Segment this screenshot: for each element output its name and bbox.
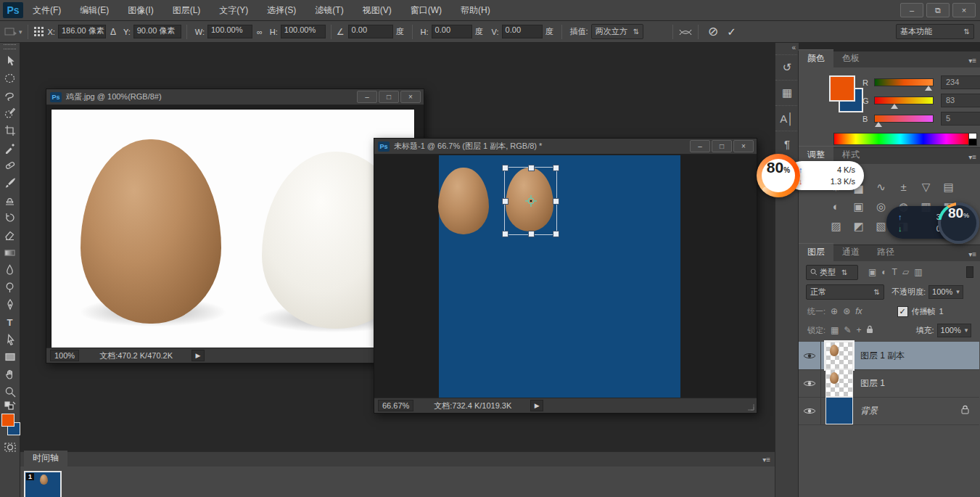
unify-position-icon[interactable]: ⊕ <box>831 306 838 316</box>
transform-handle-nw[interactable] <box>502 165 508 171</box>
y-input[interactable]: 90.00 像素 <box>133 25 181 38</box>
maintain-aspect-ratio-icon[interactable]: ∞ <box>257 28 263 36</box>
history-brush-tool[interactable] <box>0 209 20 226</box>
preset-dropdown-arrow-icon[interactable]: ▾ <box>19 28 22 36</box>
app-close-button[interactable]: × <box>952 3 976 17</box>
tab-color[interactable]: 颜色 <box>799 49 833 67</box>
dodge-tool[interactable] <box>0 279 20 296</box>
eye-icon[interactable] <box>803 407 816 415</box>
h-skew-input[interactable]: 0.00 <box>432 25 472 38</box>
document-window-untitled-1[interactable]: Ps 未标题-1 @ 66.7% (图层 1 副本, RGB/8) * – □ … <box>374 138 757 414</box>
commit-transform-icon[interactable]: ✓ <box>727 25 736 38</box>
menu-layer[interactable]: 图层(L) <box>163 0 210 20</box>
warp-mode-icon[interactable] <box>678 26 693 38</box>
lock-all-icon[interactable] <box>866 325 873 336</box>
history-panel-icon[interactable]: ↺ <box>775 54 799 80</box>
layer-thumbnail[interactable] <box>825 369 853 397</box>
move-tool[interactable] <box>0 52 20 70</box>
height-input[interactable]: 100.00% <box>281 25 326 38</box>
eraser-tool[interactable] <box>0 226 20 244</box>
doc1-close-button[interactable]: × <box>400 91 421 103</box>
app-minimize-button[interactable]: – <box>900 3 923 17</box>
crop-tool[interactable] <box>0 122 20 139</box>
filter-smart-objects-icon[interactable]: ▥ <box>914 267 922 277</box>
exposure-icon[interactable]: ± <box>892 177 915 197</box>
panel-menu-icon[interactable]: ▾≡ <box>968 250 976 258</box>
doc1-canvas[interactable] <box>52 110 414 348</box>
transform-handle-s[interactable] <box>528 231 535 237</box>
tab-layers[interactable]: 图层 <box>799 243 833 261</box>
posterize-icon[interactable]: ▨ <box>825 216 847 236</box>
document-window-egg-jpg[interactable]: Ps 鸡蛋.jpg @ 100%(RGB/8#) – □ × 100% 文档:4… <box>46 89 424 363</box>
green-value[interactable]: 83 <box>941 94 980 107</box>
rotation-input[interactable]: 0.00 <box>348 25 393 38</box>
path-selection-tool[interactable] <box>0 331 20 348</box>
black-white-icon[interactable]: ▣ <box>847 197 870 216</box>
collapse-panels-icon[interactable]: « <box>791 44 796 52</box>
resize-grip-icon[interactable] <box>746 403 755 411</box>
relative-positioning-icon[interactable]: Δ <box>110 27 116 37</box>
fill-value-box[interactable]: 100% ▾ <box>937 324 972 337</box>
green-slider-thumb[interactable] <box>891 104 898 109</box>
v-skew-input[interactable]: 0.00 <box>502 25 543 38</box>
width-input[interactable]: 100.00% <box>207 25 252 38</box>
doc2-maximize-button[interactable]: □ <box>712 140 732 152</box>
layer-name[interactable]: 图层 1 副本 <box>860 350 905 362</box>
doc2-status-menu-icon[interactable]: ▶ <box>530 400 543 411</box>
menu-type[interactable]: 文字(Y) <box>210 0 258 20</box>
menu-window[interactable]: 窗口(W) <box>401 0 451 20</box>
layer-thumbnail[interactable] <box>825 342 853 369</box>
hand-tool[interactable] <box>0 366 20 383</box>
transform-bounding-box[interactable] <box>504 167 557 235</box>
lasso-tool[interactable] <box>0 87 20 104</box>
gradient-tool[interactable] <box>0 244 20 261</box>
tab-channels[interactable]: 通道 <box>833 244 868 261</box>
curves-icon[interactable]: ∿ <box>870 177 892 197</box>
quick-selection-tool[interactable] <box>0 104 20 122</box>
visibility-cell[interactable] <box>799 342 821 369</box>
quick-mask-icon[interactable] <box>0 438 20 456</box>
propagate-frame-checkbox[interactable]: ✓ <box>897 306 908 317</box>
doc1-maximize-button[interactable]: □ <box>379 91 399 103</box>
red-slider-thumb[interactable] <box>925 86 932 91</box>
green-slider[interactable] <box>874 96 934 104</box>
filter-adjustment-layers-icon[interactable]: ◐ <box>881 267 886 277</box>
transform-handle-n[interactable] <box>528 165 535 171</box>
toolbar-grip[interactable] <box>4 44 16 49</box>
menu-view[interactable]: 视图(V) <box>353 0 401 20</box>
layer-thumbnail[interactable] <box>825 397 853 424</box>
layer-row-layer1-copy[interactable]: 图层 1 副本 <box>799 342 979 370</box>
lock-pixels-icon[interactable]: ✎ <box>844 325 851 335</box>
blend-mode-select[interactable]: 正常 ⇅ <box>806 284 884 300</box>
brush-tool[interactable] <box>0 174 20 192</box>
layer-row-background[interactable]: 背景 <box>799 397 979 425</box>
unify-visibility-icon[interactable]: ⊛ <box>843 306 850 316</box>
foreground-color-swatch[interactable] <box>829 75 855 102</box>
interpolation-select[interactable]: 两次立方 ⇅ <box>591 24 643 39</box>
type-tool[interactable]: T <box>0 313 20 331</box>
red-slider[interactable] <box>874 78 934 86</box>
lock-position-icon[interactable]: + <box>856 325 861 335</box>
opacity-value-box[interactable]: 100% ▾ <box>928 285 963 299</box>
default-colors-icon[interactable] <box>0 401 20 411</box>
layer-name[interactable]: 背景 <box>860 405 878 417</box>
layer-name[interactable]: 图层 1 <box>860 377 885 390</box>
tab-timeline[interactable]: 时间轴 <box>24 451 67 467</box>
doc2-zoom-level[interactable]: 66.67% <box>378 400 413 411</box>
timeline-frame-1[interactable]: 1 <box>24 471 62 497</box>
filter-toggle-switch[interactable] <box>966 266 973 278</box>
blur-tool[interactable] <box>0 261 20 279</box>
transform-handle-w[interactable] <box>502 198 508 205</box>
doc2-close-button[interactable]: × <box>733 140 754 152</box>
menu-filter[interactable]: 滤镜(T) <box>305 0 353 20</box>
panel-menu-icon[interactable]: ▾≡ <box>968 57 976 65</box>
transform-tool-preset-icon[interactable] <box>4 27 17 37</box>
transform-handle-sw[interactable] <box>502 231 508 237</box>
menu-file[interactable]: 文件(F) <box>23 0 70 20</box>
red-value[interactable]: 234 <box>941 75 980 89</box>
visibility-cell[interactable] <box>799 369 821 397</box>
menu-edit[interactable]: 编辑(E) <box>70 0 118 20</box>
progress-gauge-light[interactable]: 80 % <box>757 154 800 197</box>
properties-panel-icon[interactable]: ▦ <box>775 80 799 105</box>
vibrance-icon[interactable]: ▽ <box>915 177 937 197</box>
